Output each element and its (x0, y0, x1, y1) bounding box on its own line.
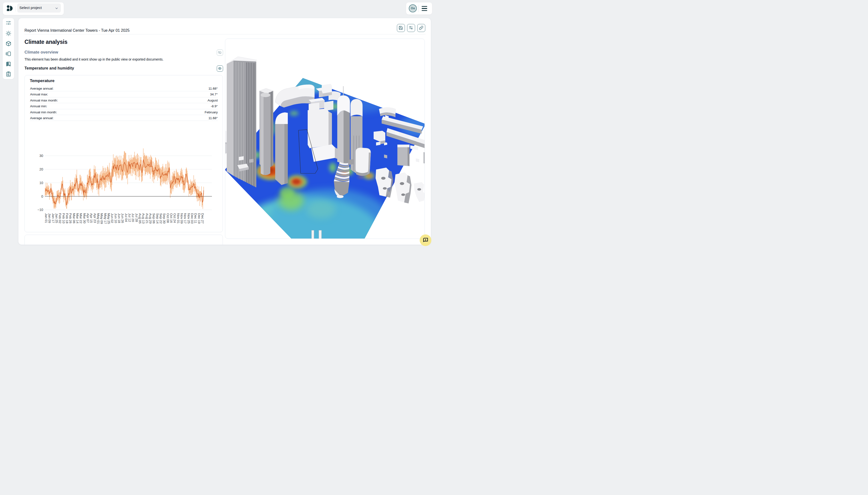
svg-text:Feb 10: Feb 10 (62, 214, 65, 223)
svg-text:Jul 12: Jul 12 (128, 214, 131, 222)
svg-text:Apr 23: Apr 23 (93, 214, 97, 223)
svg-text:Jul 04: Jul 04 (125, 214, 128, 222)
svg-text:May 17: May 17 (103, 214, 107, 224)
svg-text:Jun 18: Jun 18 (117, 214, 121, 223)
svg-text:Feb 26: Feb 26 (69, 214, 72, 223)
svg-text:Jan 09: Jan 09 (48, 214, 51, 223)
svg-text:0: 0 (41, 194, 43, 198)
svg-text:Sep 22: Sep 22 (159, 214, 163, 224)
svg-text:Sep 06: Sep 06 (152, 214, 155, 224)
svg-text:20: 20 (39, 167, 43, 171)
svg-text:30: 30 (39, 154, 43, 158)
svg-text:Aug 21: Aug 21 (145, 214, 149, 224)
svg-text:Apr 07: Apr 07 (86, 214, 90, 223)
svg-text:Mar 06: Mar 06 (72, 214, 76, 223)
svg-text:May 09: May 09 (100, 214, 103, 224)
svg-text:Jun 02: Jun 02 (110, 214, 114, 223)
svg-text:Aug 05: Aug 05 (138, 214, 142, 224)
svg-text:May 25: May 25 (107, 214, 111, 224)
svg-text:Nov 25: Nov 25 (187, 214, 191, 224)
svg-text:Feb 02: Feb 02 (58, 214, 62, 223)
svg-text:Dec 11: Dec 11 (194, 214, 197, 223)
svg-text:Jan 17: Jan 17 (51, 214, 55, 223)
svg-text:Nov 09: Nov 09 (180, 214, 183, 224)
svg-text:−10: −10 (37, 208, 43, 212)
svg-text:May 01: May 01 (97, 214, 100, 224)
svg-text:Nov 01: Nov 01 (177, 214, 180, 224)
svg-text:Sep 30: Sep 30 (162, 214, 166, 224)
svg-text:Nov 17: Nov 17 (183, 214, 187, 224)
svg-text:Mar 30: Mar 30 (83, 214, 86, 223)
svg-text:Oct 24: Oct 24 (173, 214, 177, 223)
svg-text:Mar 22: Mar 22 (79, 214, 83, 223)
svg-text:Jan 01: Jan 01 (44, 214, 48, 223)
svg-text:Jun 10: Jun 10 (114, 214, 118, 223)
svg-text:Dec 03: Dec 03 (190, 214, 194, 224)
svg-text:Jun 26: Jun 26 (121, 214, 125, 223)
svg-text:Dec 19: Dec 19 (197, 214, 201, 224)
svg-text:Jul 20: Jul 20 (131, 214, 135, 222)
svg-text:Oct 08: Oct 08 (166, 214, 170, 223)
svg-text:Aug 13: Aug 13 (142, 214, 145, 224)
svg-text:Mar 14: Mar 14 (76, 214, 79, 224)
svg-text:Aug 29: Aug 29 (149, 214, 152, 224)
svg-text:Dec 27: Dec 27 (201, 214, 204, 224)
svg-text:Apr 15: Apr 15 (89, 214, 93, 223)
svg-text:10: 10 (39, 181, 43, 185)
svg-text:Jul 28: Jul 28 (135, 214, 138, 222)
svg-text:Sep 14: Sep 14 (155, 214, 159, 224)
svg-text:Jan 25: Jan 25 (55, 214, 59, 223)
svg-text:Feb 18: Feb 18 (65, 214, 69, 223)
svg-text:Oct 16: Oct 16 (169, 214, 173, 223)
